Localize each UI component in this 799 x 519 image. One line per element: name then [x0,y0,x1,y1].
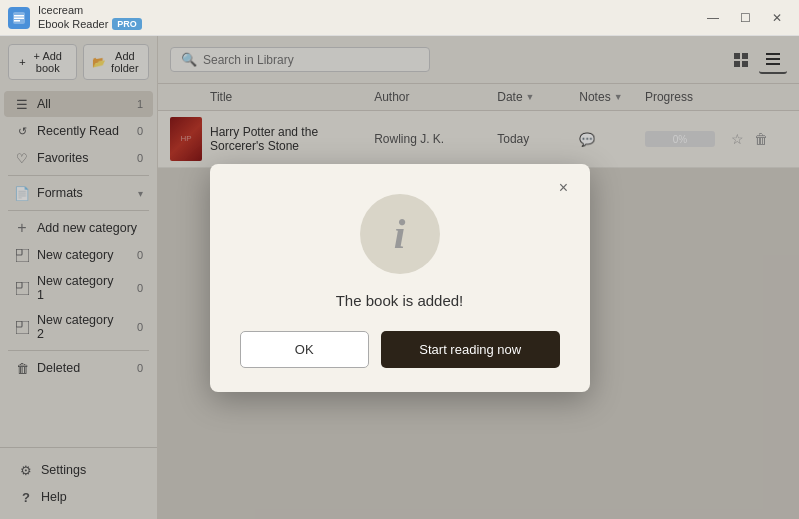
app-title: Icecream Ebook Reader PRO [38,4,142,30]
pro-badge: PRO [112,18,142,30]
app-subtitle: Ebook Reader [38,18,108,31]
svg-rect-2 [14,17,24,19]
dialog-close-button[interactable]: × [552,176,576,200]
title-bar: Icecream Ebook Reader PRO — ☐ ✕ [0,0,799,36]
dialog-message: The book is added! [336,292,464,309]
dialog-icon: i [360,194,440,274]
svg-rect-1 [14,15,24,17]
window-controls: — ☐ ✕ [699,7,791,29]
modal-overlay: × i The book is added! OK Start reading … [0,36,799,519]
app-icon [8,7,30,29]
minimize-button[interactable]: — [699,7,727,29]
app-name: Icecream [38,4,142,17]
ok-button[interactable]: OK [240,331,370,368]
info-icon: i [394,210,406,258]
app-branding: Icecream Ebook Reader PRO [8,4,142,30]
dialog: × i The book is added! OK Start reading … [210,164,590,392]
start-reading-button[interactable]: Start reading now [381,331,560,368]
maximize-button[interactable]: ☐ [731,7,759,29]
dialog-buttons: OK Start reading now [240,331,560,368]
svg-rect-3 [14,20,20,22]
close-button[interactable]: ✕ [763,7,791,29]
